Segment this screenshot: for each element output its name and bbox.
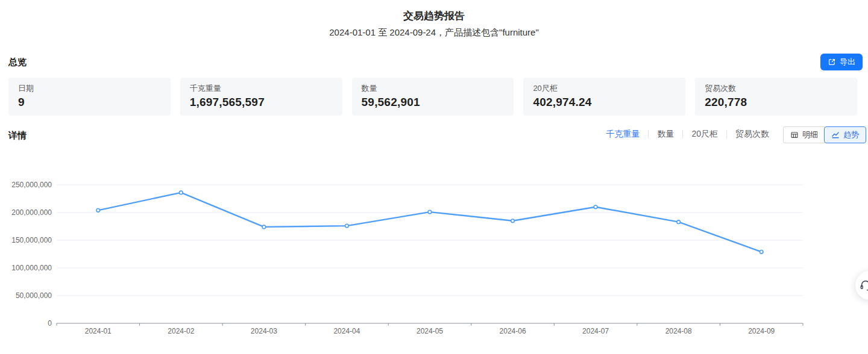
svg-text:200,000,000: 200,000,000 xyxy=(11,208,52,217)
view-toggle-trend-label: 趋势 xyxy=(843,129,859,140)
trend-chart-svg: 050,000,000100,000,000150,000,000200,000… xyxy=(0,157,868,346)
svg-text:100,000,000: 100,000,000 xyxy=(11,264,52,272)
stat-card-trade-count: 贸易次数 220,778 xyxy=(695,78,857,116)
view-toggle-trend-button[interactable]: 趋势 xyxy=(824,126,866,143)
svg-text:2024-04: 2024-04 xyxy=(333,327,360,335)
stat-card-teu: 20尺柜 402,974.24 xyxy=(523,78,685,116)
overview-section-label: 总览 xyxy=(8,57,27,68)
stat-card-label: 数量 xyxy=(362,84,505,93)
overview-cards: 日期 9 千克重量 1,697,565,597 数量 59,562,901 20… xyxy=(8,78,857,116)
svg-text:0: 0 xyxy=(48,319,52,328)
tab-metric-trade-count[interactable]: 贸易次数 xyxy=(735,129,769,140)
tab-metric-teu[interactable]: 20尺柜 xyxy=(691,129,718,140)
view-toggle-detail-label: 明细 xyxy=(802,129,818,140)
svg-text:2024-07: 2024-07 xyxy=(582,327,609,335)
view-toggle-detail-button[interactable]: 明细 xyxy=(783,126,825,143)
svg-text:2024-09: 2024-09 xyxy=(748,327,775,335)
tab-metric-quantity[interactable]: 数量 xyxy=(657,129,674,140)
svg-text:50,000,000: 50,000,000 xyxy=(16,291,52,300)
svg-text:250,000,000: 250,000,000 xyxy=(11,181,52,189)
trend-icon xyxy=(831,131,840,139)
tab-separator xyxy=(682,130,683,138)
tab-separator xyxy=(726,130,727,138)
stat-card-value: 59,562,901 xyxy=(362,96,505,109)
stat-card-date: 日期 9 xyxy=(8,78,171,116)
svg-text:2024-02: 2024-02 xyxy=(168,327,194,335)
export-icon xyxy=(828,58,836,66)
trend-chart: 050,000,000100,000,000150,000,000200,000… xyxy=(0,157,868,346)
stat-card-kg-weight: 千克重量 1,697,565,597 xyxy=(180,78,342,116)
stat-card-label: 千克重量 xyxy=(190,84,333,93)
svg-text:2024-01: 2024-01 xyxy=(85,327,112,335)
export-button[interactable]: 导出 xyxy=(820,54,863,70)
tab-metric-kg-weight[interactable]: 千克重量 xyxy=(606,129,640,140)
export-button-label: 导出 xyxy=(840,57,855,67)
metric-tabs: 千克重量 数量 20尺柜 贸易次数 xyxy=(606,126,769,143)
svg-text:2024-06: 2024-06 xyxy=(500,327,526,335)
stat-card-quantity: 数量 59,562,901 xyxy=(352,78,514,116)
stat-card-value: 1,697,565,597 xyxy=(190,96,333,109)
detail-section-label: 详情 xyxy=(8,130,27,141)
view-toggle: 明细 趋势 xyxy=(783,126,866,143)
svg-text:2024-08: 2024-08 xyxy=(665,327,692,335)
headset-icon xyxy=(859,279,868,292)
stat-card-label: 日期 xyxy=(18,84,161,93)
stat-card-value: 9 xyxy=(18,96,161,109)
svg-text:150,000,000: 150,000,000 xyxy=(11,236,52,244)
svg-text:2024-05: 2024-05 xyxy=(417,327,443,335)
stat-card-label: 20尺柜 xyxy=(533,84,676,93)
page-title: 交易趋势报告 xyxy=(0,9,868,23)
svg-text:2024-03: 2024-03 xyxy=(251,327,277,335)
stat-card-value: 220,778 xyxy=(705,96,848,109)
table-icon xyxy=(790,131,799,139)
page-subtitle: 2024-01-01 至 2024-09-24，产品描述包含"furniture… xyxy=(0,27,868,39)
tab-separator xyxy=(648,130,649,138)
stat-card-value: 402,974.24 xyxy=(533,96,676,109)
stat-card-label: 贸易次数 xyxy=(705,84,848,93)
